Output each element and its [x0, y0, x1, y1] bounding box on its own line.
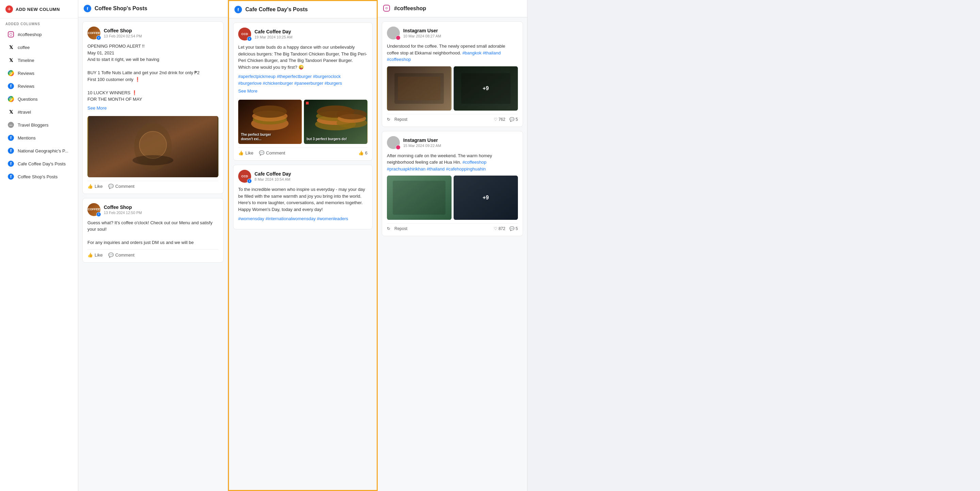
comment-count: 💬 5: [509, 226, 518, 231]
post-timestamp: 10 Mar 2024 08:27 AM: [403, 34, 441, 38]
burger-caption-left: The perfect burgerdoesn't exi...: [241, 132, 271, 141]
sidebar-item-timeline[interactable]: 𝕏 Timeline: [2, 54, 76, 66]
facebook-icon: f: [8, 134, 14, 141]
like-count: ♡ 872: [494, 226, 505, 231]
comment-label: Comment: [115, 253, 134, 257]
sidebar-item-label: Reviews: [18, 71, 34, 76]
sidebar-item-label: #travel: [18, 110, 31, 115]
instagram-lens: [385, 7, 388, 9]
post-meta: CCD f Cafe Coffee Day 19 Mar 2024 10:25 …: [238, 27, 368, 40]
burger-image-right: but 3 perfect burgers do!: [304, 100, 368, 144]
repost-icon: ↻: [387, 117, 390, 122]
sidebar-item-travel[interactable]: 𝕏 #travel: [2, 106, 76, 118]
sidebar-item-coffeeshop-instagram[interactable]: #coffeeshop: [2, 28, 76, 40]
facebook-icon: f: [8, 160, 14, 167]
instagram-post-card: Instagram User 10 Mar 2024 08:27 AM Unde…: [382, 21, 523, 127]
burger-image-left: The perfect burgerdoesn't exi...: [238, 100, 302, 144]
post-meta: Instagram User 10 Mar 2024 08:27 AM: [387, 27, 518, 40]
post-author-info: Cafe Coffee Day 19 Mar 2024 10:25 AM: [255, 29, 292, 39]
sidebar-item-label: coffee: [18, 45, 30, 50]
column-title-instagram: #coffeeshop: [394, 5, 426, 11]
avatar-container: [387, 136, 400, 149]
sidebar-item-cafe-coffee-day[interactable]: f Cafe Coffee Day's Posts: [2, 157, 76, 170]
svg-point-3: [133, 155, 173, 165]
sidebar-item-travel-bloggers[interactable]: ••• Travel Bloggers: [2, 119, 76, 131]
post-author-info: Coffee Shop 13 Feb 2024 02:54 PM: [104, 28, 142, 38]
comment-label: Comment: [266, 150, 285, 156]
like-icon: 👍: [238, 150, 243, 156]
google-icon: G: [8, 70, 14, 76]
like-label: Like: [95, 253, 103, 257]
post-actions: 👍 Like 💬 Comment 👍 6: [238, 147, 368, 156]
added-columns-label: ADDED COLUMNS: [0, 19, 78, 28]
like-icon: 👍: [88, 184, 93, 189]
svg-point-16: [337, 109, 367, 119]
sidebar: + ADD NEW COLUMN ADDED COLUMNS #coffeesh…: [0, 0, 78, 491]
add-new-column-label: ADD NEW COLUMN: [16, 7, 60, 12]
comment-button[interactable]: 💬 Comment: [259, 150, 285, 156]
instagram-column-icon: [383, 5, 390, 11]
post-text: Guess what? It's coffee o'clock! Check o…: [88, 219, 218, 246]
svg-point-2: [140, 131, 167, 159]
post-meta: Instagram User 15 Mar 2024 09:22 AM: [387, 136, 518, 149]
column-coffee-shop-posts: f Coffee Shop's Posts COFFEE f Coffee Sh…: [78, 0, 228, 491]
instagram-badge: [396, 35, 401, 40]
sidebar-item-reviews-facebook[interactable]: f Reviews: [2, 80, 76, 92]
sidebar-item-label: Cafe Coffee Day's Posts: [18, 161, 66, 166]
facebook-column-icon: f: [84, 5, 91, 12]
image-count-overlay: +9: [453, 66, 518, 111]
instagram-icon: [8, 31, 14, 38]
facebook-badge: f: [247, 37, 252, 41]
image-count: +9: [482, 86, 488, 92]
repost-label: Repost: [395, 117, 407, 122]
column-header-coffee-shop: f Coffee Shop's Posts: [78, 0, 228, 17]
post-text: Understood for the coffee. The newly ope…: [387, 43, 518, 63]
post-card: CCD f Cafe Coffee Day 19 Mar 2024 10:25 …: [233, 22, 372, 160]
sidebar-item-questions[interactable]: G Questions: [2, 93, 76, 105]
like-button[interactable]: 👍 Like: [88, 184, 103, 189]
like-count-value: 6: [365, 150, 368, 156]
post-card: CCD f Cafe Coffee Day 8 Mar 2024 10:54 A…: [233, 165, 372, 229]
post-actions: 👍 Like 💬 Comment: [88, 181, 218, 189]
avatar-container: COFFEE f: [88, 203, 100, 216]
column-cafe-coffee-day: f Cafe Coffee Day's Posts CCD f Cafe Cof…: [228, 0, 378, 491]
repost-icon: ↻: [387, 226, 390, 231]
post-author-info: Instagram User 10 Mar 2024 08:27 AM: [403, 28, 441, 38]
add-new-column-button[interactable]: + ADD NEW COLUMN: [0, 0, 78, 19]
avatar-container: COFFEE f: [88, 27, 100, 40]
post-image: [88, 116, 218, 177]
like-count: 👍 6: [358, 150, 368, 156]
post-author-info: Coffee Shop 13 Feb 2024 12:50 PM: [104, 205, 142, 215]
facebook-icon: f: [8, 83, 14, 89]
post-author-name: Cafe Coffee Day: [255, 29, 292, 34]
svg-point-8: [253, 105, 287, 118]
image-count: +9: [482, 195, 488, 201]
comment-button[interactable]: 💬 Comment: [108, 184, 134, 189]
post-timestamp: 19 Mar 2024 10:25 AM: [255, 35, 292, 39]
column-coffeeshop-instagram: #coffeeshop Instagram User 10 Mar 2024 0…: [378, 0, 527, 491]
avatar-container: CCD f: [238, 27, 251, 40]
post-timestamp: 15 Mar 2024 09:22 AM: [403, 144, 441, 148]
sidebar-item-natgeo[interactable]: f National Geographic's P...: [2, 145, 76, 157]
like-button[interactable]: 👍 Like: [88, 253, 103, 257]
sidebar-item-mentions[interactable]: f Mentions: [2, 132, 76, 144]
comment-button[interactable]: 💬 Comment: [108, 253, 134, 257]
comment-icon: 💬: [108, 253, 114, 257]
post-actions: 👍 Like 💬 Comment: [88, 249, 218, 257]
like-button[interactable]: 👍 Like: [238, 150, 253, 156]
post-image-2-overlay: +9: [453, 176, 518, 220]
sidebar-item-coffee-x[interactable]: 𝕏 coffee: [2, 41, 76, 53]
instagram-column-icon-container: [383, 5, 391, 12]
see-more-link[interactable]: See More: [238, 89, 257, 94]
engagement-counts: ♡ 762 💬 5: [494, 117, 518, 122]
post-hashtags-inline: #bangkok #thailand #coffeeshop: [387, 50, 501, 62]
post-author-name: Coffee Shop: [104, 205, 142, 210]
post-text: After morning cafe on the weekend. The w…: [387, 153, 518, 173]
post-actions: ↻ Repost ♡ 872 💬 5: [387, 223, 518, 231]
see-more-link[interactable]: See More: [88, 105, 107, 111]
column-body-coffee-shop: COFFEE f Coffee Shop 13 Feb 2024 02:54 P…: [78, 17, 228, 491]
facebook-icon: f: [8, 147, 14, 154]
sidebar-item-reviews-google[interactable]: G Reviews: [2, 67, 76, 79]
sidebar-item-coffee-shop-posts[interactable]: f Coffee Shop's Posts: [2, 170, 76, 183]
post-meta: COFFEE f Coffee Shop 13 Feb 2024 12:50 P…: [88, 203, 218, 216]
